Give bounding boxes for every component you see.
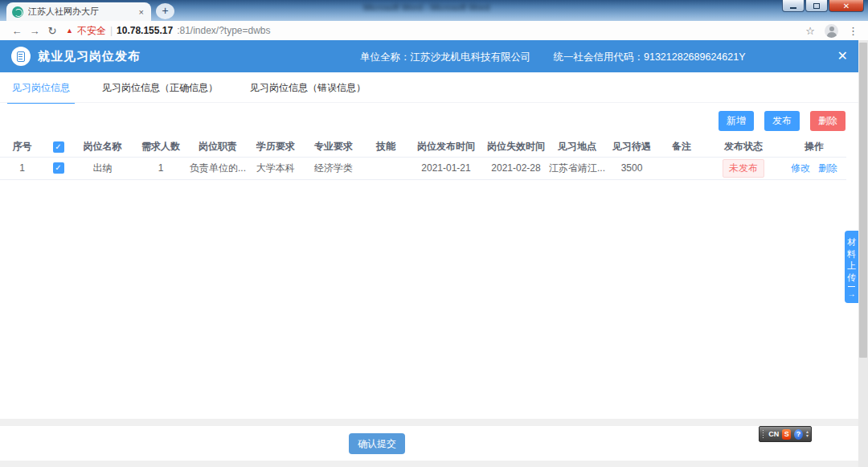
ime-options-toggle[interactable]: ▴ ▾ [806, 430, 809, 438]
cell-select: ✓ [44, 157, 72, 179]
tab-post-info[interactable]: 见习岗位信息 [7, 81, 75, 104]
col-status: 发布状态 [705, 137, 782, 157]
col-skill: 技能 [362, 137, 409, 157]
browser-menu-icon[interactable]: ⋮ [848, 25, 858, 37]
ime-help-icon[interactable]: ? [794, 429, 803, 440]
url-host: 10.78.155.17 [117, 25, 173, 36]
ime-grip-handle[interactable] [762, 429, 765, 440]
window-close-button[interactable]: ✕ [829, 0, 864, 12]
maximize-icon [813, 3, 820, 9]
side-tab-char: 料 [847, 248, 856, 260]
header-company-info: 单位全称：江苏沙龙机电科技有限公司 统一社会信用代码：9132128268962… [360, 51, 746, 64]
scrollbar-thumb[interactable] [859, 43, 867, 358]
main-content: 见习岗位信息 见习岗位信息（正确信息） 见习岗位信息（错误信息） 新增 发布 删… [0, 72, 858, 419]
maximize-button[interactable] [805, 0, 828, 12]
tab-post-info-correct[interactable]: 见习岗位信息（正确信息） [97, 81, 223, 104]
new-tab-button[interactable]: + [156, 3, 174, 19]
cell-major: 经济学类 [305, 157, 362, 179]
side-tab-divider [848, 286, 855, 287]
cell-status: 未发布 [705, 157, 782, 179]
cell-publish-time: 2021-01-21 [409, 157, 483, 179]
app-header: 就业见习岗位发布 单位全称：江苏沙龙机电科技有限公司 统一社会信用代码：9132… [0, 40, 858, 72]
toolbar-right: ☆ ⋮ [805, 24, 858, 38]
url-path: :81/index/?type=dwbs [177, 25, 270, 36]
col-location: 见习地点 [549, 137, 605, 157]
col-operation: 操作 [782, 137, 846, 157]
col-headcount: 需求人数 [133, 137, 189, 157]
company-name: 单位全称：江苏沙龙机电科技有限公司 [360, 51, 531, 64]
bookmark-star-icon[interactable]: ☆ [805, 25, 815, 37]
table-row: 1 ✓ 出纳 1 负责单位的... 大学本科 经济学类 2021-01-21 2… [0, 157, 846, 179]
side-tab-char: 上 [847, 260, 856, 272]
col-remark: 备注 [658, 137, 705, 157]
ime-language-button[interactable]: CN [768, 430, 779, 438]
col-expire-time: 岗位失效时间 [483, 137, 549, 157]
minimize-icon [790, 7, 796, 9]
col-index: 序号 [0, 137, 44, 157]
vertical-scrollbar[interactable] [858, 40, 868, 467]
select-all-checkbox[interactable]: ✓ [53, 141, 64, 153]
credit-code-label: 统一社会信用代码： [554, 51, 645, 63]
side-tab-char: 传 [847, 272, 856, 284]
security-warning-text: 不安全 [77, 24, 106, 38]
profile-avatar-icon[interactable] [825, 24, 838, 38]
cell-salary: 3500 [605, 157, 658, 179]
cell-education: 大学本科 [247, 157, 305, 179]
cell-location: 江苏省靖江... [549, 157, 605, 179]
credit-code-value: 91321282689624621Y [644, 51, 746, 63]
browser-tab[interactable]: 江苏人社网办大厅 × [6, 2, 151, 21]
browser-toolbar: ← → ↻ ▲ 不安全 | 10.78.155.17:81/index/?typ… [0, 21, 868, 40]
row-checkbox[interactable]: ✓ [53, 162, 64, 174]
delete-button[interactable]: 删除 [810, 111, 845, 131]
material-upload-tab[interactable]: 材 料 上 传 → [845, 231, 858, 303]
tab-close-icon[interactable]: × [137, 7, 145, 17]
col-publish-time: 岗位发布时间 [409, 137, 483, 157]
tab-bar: 见习岗位信息 见习岗位信息（正确信息） 见习岗位信息（错误信息） [7, 81, 371, 104]
table-header-row: 序号 ✓ 岗位名称 需求人数 岗位职责 学历要求 专业要求 技能 岗位发布时间 … [0, 137, 846, 157]
cell-expire-time: 2021-02-28 [483, 157, 549, 179]
ime-down-icon: ▾ [806, 434, 809, 438]
col-major: 专业要求 [305, 137, 362, 157]
confirm-submit-button[interactable]: 确认提交 [349, 433, 405, 454]
sogou-input-icon[interactable]: S [782, 429, 791, 440]
cell-operation: 修改删除 [782, 157, 846, 179]
col-salary: 见习待遇 [605, 137, 658, 157]
back-icon[interactable]: ← [8, 25, 26, 37]
cell-skill [362, 157, 409, 179]
col-duty: 岗位职责 [189, 137, 247, 157]
panel-close-icon[interactable]: ✕ [837, 48, 848, 63]
cell-index: 1 [0, 157, 44, 179]
cell-remark [658, 157, 705, 179]
site-favicon-icon [12, 6, 23, 18]
edit-link[interactable]: 修改 [791, 162, 810, 174]
cell-post-name: 出纳 [72, 157, 133, 179]
positions-table: 序号 ✓ 岗位名称 需求人数 岗位职责 学历要求 专业要求 技能 岗位发布时间 … [0, 137, 846, 180]
row-delete-link[interactable]: 删除 [818, 162, 837, 174]
address-bar[interactable]: ▲ 不安全 | 10.78.155.17:81/index/?type=dwbs [66, 24, 805, 38]
credit-code: 统一社会信用代码：91321282689624621Y [554, 51, 746, 64]
reload-icon[interactable]: ↻ [43, 25, 61, 37]
col-select: ✓ [44, 137, 72, 157]
document-icon [11, 47, 31, 66]
browser-tab-title: 江苏人社网办大厅 [28, 6, 133, 18]
url-separator: | [110, 25, 113, 36]
side-tab-char: 材 [847, 236, 856, 248]
forward-icon[interactable]: → [26, 25, 43, 37]
tabs-divider [0, 102, 858, 103]
col-education: 学历要求 [247, 137, 305, 157]
add-button[interactable]: 新增 [719, 111, 754, 131]
document-glyph [17, 51, 25, 62]
minimize-button[interactable] [782, 0, 805, 12]
security-warning-icon: ▲ [66, 27, 73, 35]
company-value: 江苏沙龙机电科技有限公司 [411, 51, 531, 63]
footer-bar: 确认提交 [0, 426, 858, 461]
publish-button[interactable]: 发布 [764, 111, 800, 131]
arrow-right-icon: → [848, 289, 856, 298]
screen: Microsoft Word - Microsoft Word 江苏人社网办大厅… [0, 0, 868, 467]
action-buttons: 新增 发布 删除 [719, 111, 845, 131]
tab-post-info-error[interactable]: 见习岗位信息（错误信息） [245, 81, 371, 104]
page-title: 就业见习岗位发布 [38, 49, 141, 64]
background-window-title: Microsoft Word - Microsoft Word [363, 2, 489, 12]
status-badge: 未发布 [723, 159, 764, 178]
cell-duty: 负责单位的... [189, 157, 247, 179]
